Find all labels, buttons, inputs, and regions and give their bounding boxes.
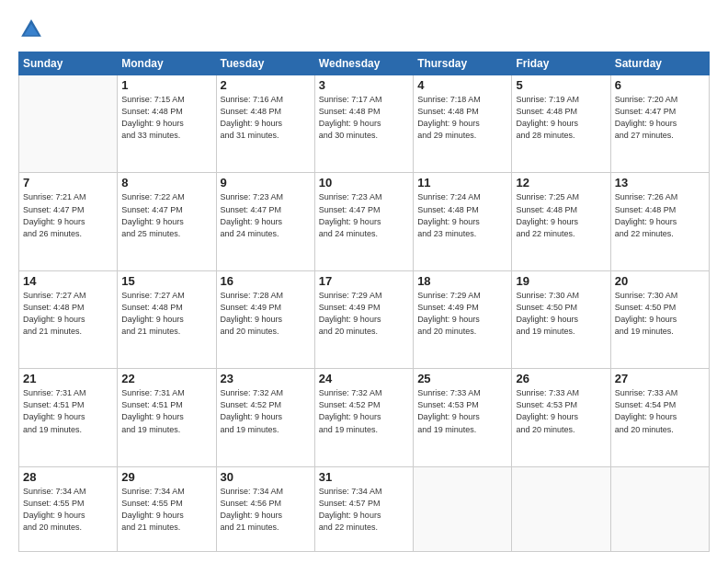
day-number: 20 [615, 274, 705, 288]
calendar-cell-1-7: 6Sunrise: 7:20 AM Sunset: 4:47 PM Daylig… [610, 75, 709, 173]
logo-icon [18, 17, 44, 42]
day-info: Sunrise: 7:18 AM Sunset: 4:48 PM Dayligh… [417, 94, 507, 142]
calendar-cell-1-3: 2Sunrise: 7:16 AM Sunset: 4:48 PM Daylig… [216, 75, 314, 173]
day-number: 18 [417, 274, 507, 288]
calendar-cell-3-3: 16Sunrise: 7:28 AM Sunset: 4:49 PM Dayli… [216, 270, 314, 368]
day-info: Sunrise: 7:27 AM Sunset: 4:48 PM Dayligh… [23, 290, 113, 338]
day-info: Sunrise: 7:26 AM Sunset: 4:48 PM Dayligh… [615, 191, 705, 239]
day-number: 8 [121, 176, 211, 190]
day-number: 26 [516, 372, 606, 385]
day-info: Sunrise: 7:20 AM Sunset: 4:47 PM Dayligh… [615, 94, 705, 142]
header [18, 17, 710, 42]
day-info: Sunrise: 7:22 AM Sunset: 4:47 PM Dayligh… [121, 191, 211, 239]
calendar-cell-5-5 [414, 466, 512, 551]
day-number: 12 [516, 176, 606, 190]
day-number: 11 [417, 176, 507, 190]
day-info: Sunrise: 7:34 AM Sunset: 4:56 PM Dayligh… [221, 486, 311, 534]
calendar-cell-2-5: 11Sunrise: 7:24 AM Sunset: 4:48 PM Dayli… [414, 173, 512, 270]
calendar-cell-4-2: 22Sunrise: 7:31 AM Sunset: 4:51 PM Dayli… [118, 369, 216, 466]
day-info: Sunrise: 7:29 AM Sunset: 4:49 PM Dayligh… [319, 290, 409, 338]
day-number: 13 [615, 176, 705, 190]
calendar-cell-2-4: 10Sunrise: 7:23 AM Sunset: 4:47 PM Dayli… [314, 173, 413, 270]
calendar-header-row: SundayMondayTuesdayWednesdayThursdayFrid… [19, 52, 710, 75]
calendar-cell-5-7 [610, 466, 709, 551]
day-info: Sunrise: 7:23 AM Sunset: 4:47 PM Dayligh… [221, 191, 311, 239]
day-number: 14 [23, 274, 113, 288]
calendar-header-sunday: Sunday [19, 52, 118, 75]
day-number: 30 [221, 470, 311, 484]
day-info: Sunrise: 7:17 AM Sunset: 4:48 PM Dayligh… [319, 94, 409, 142]
day-info: Sunrise: 7:19 AM Sunset: 4:48 PM Dayligh… [516, 94, 606, 142]
day-info: Sunrise: 7:16 AM Sunset: 4:48 PM Dayligh… [221, 94, 311, 142]
day-number: 7 [23, 176, 113, 190]
calendar-cell-1-6: 5Sunrise: 7:19 AM Sunset: 4:48 PM Daylig… [512, 75, 610, 173]
calendar-table: SundayMondayTuesdayWednesdayThursdayFrid… [18, 52, 710, 552]
calendar-cell-5-4: 31Sunrise: 7:34 AM Sunset: 4:57 PM Dayli… [314, 466, 413, 551]
day-number: 21 [23, 372, 113, 385]
day-info: Sunrise: 7:15 AM Sunset: 4:48 PM Dayligh… [121, 94, 211, 142]
calendar-header-monday: Monday [118, 52, 216, 75]
calendar-cell-4-4: 24Sunrise: 7:32 AM Sunset: 4:52 PM Dayli… [314, 369, 413, 466]
calendar-week-row-3: 14Sunrise: 7:27 AM Sunset: 4:48 PM Dayli… [19, 270, 710, 368]
day-info: Sunrise: 7:21 AM Sunset: 4:47 PM Dayligh… [23, 191, 113, 239]
calendar-cell-1-2: 1Sunrise: 7:15 AM Sunset: 4:48 PM Daylig… [118, 75, 216, 173]
calendar-cell-5-3: 30Sunrise: 7:34 AM Sunset: 4:56 PM Dayli… [216, 466, 314, 551]
day-info: Sunrise: 7:30 AM Sunset: 4:50 PM Dayligh… [615, 290, 705, 338]
calendar-cell-5-2: 29Sunrise: 7:34 AM Sunset: 4:55 PM Dayli… [118, 466, 216, 551]
day-info: Sunrise: 7:27 AM Sunset: 4:48 PM Dayligh… [121, 290, 211, 338]
day-info: Sunrise: 7:28 AM Sunset: 4:49 PM Dayligh… [221, 290, 311, 338]
page: SundayMondayTuesdayWednesdayThursdayFrid… [0, 0, 728, 563]
day-number: 10 [319, 176, 409, 190]
day-number: 23 [221, 372, 311, 385]
calendar-header-wednesday: Wednesday [314, 52, 413, 75]
day-number: 9 [221, 176, 311, 190]
calendar-cell-1-4: 3Sunrise: 7:17 AM Sunset: 4:48 PM Daylig… [314, 75, 413, 173]
calendar-header-tuesday: Tuesday [216, 52, 314, 75]
calendar-cell-2-6: 12Sunrise: 7:25 AM Sunset: 4:48 PM Dayli… [512, 173, 610, 270]
calendar-cell-5-1: 28Sunrise: 7:34 AM Sunset: 4:55 PM Dayli… [19, 466, 118, 551]
calendar-cell-3-4: 17Sunrise: 7:29 AM Sunset: 4:49 PM Dayli… [314, 270, 413, 368]
day-number: 25 [417, 372, 507, 385]
day-info: Sunrise: 7:30 AM Sunset: 4:50 PM Dayligh… [516, 290, 606, 338]
day-info: Sunrise: 7:32 AM Sunset: 4:52 PM Dayligh… [319, 387, 409, 435]
day-info: Sunrise: 7:32 AM Sunset: 4:52 PM Dayligh… [221, 387, 311, 435]
calendar-cell-4-5: 25Sunrise: 7:33 AM Sunset: 4:53 PM Dayli… [414, 369, 512, 466]
calendar-cell-4-7: 27Sunrise: 7:33 AM Sunset: 4:54 PM Dayli… [610, 369, 709, 466]
calendar-cell-2-2: 8Sunrise: 7:22 AM Sunset: 4:47 PM Daylig… [118, 173, 216, 270]
day-info: Sunrise: 7:34 AM Sunset: 4:55 PM Dayligh… [121, 486, 211, 534]
calendar-week-row-5: 28Sunrise: 7:34 AM Sunset: 4:55 PM Dayli… [19, 466, 710, 551]
day-number: 1 [121, 78, 211, 92]
calendar-cell-2-3: 9Sunrise: 7:23 AM Sunset: 4:47 PM Daylig… [216, 173, 314, 270]
day-number: 31 [319, 470, 409, 484]
day-info: Sunrise: 7:34 AM Sunset: 4:55 PM Dayligh… [23, 486, 113, 534]
day-info: Sunrise: 7:23 AM Sunset: 4:47 PM Dayligh… [319, 191, 409, 239]
calendar-cell-3-5: 18Sunrise: 7:29 AM Sunset: 4:49 PM Dayli… [414, 270, 512, 368]
day-info: Sunrise: 7:31 AM Sunset: 4:51 PM Dayligh… [121, 387, 211, 435]
day-info: Sunrise: 7:34 AM Sunset: 4:57 PM Dayligh… [319, 486, 409, 534]
calendar-cell-4-3: 23Sunrise: 7:32 AM Sunset: 4:52 PM Dayli… [216, 369, 314, 466]
calendar-cell-3-2: 15Sunrise: 7:27 AM Sunset: 4:48 PM Dayli… [118, 270, 216, 368]
logo [18, 17, 50, 42]
day-number: 5 [516, 78, 606, 92]
calendar-cell-2-7: 13Sunrise: 7:26 AM Sunset: 4:48 PM Dayli… [610, 173, 709, 270]
day-number: 22 [121, 372, 211, 385]
calendar-week-row-1: 1Sunrise: 7:15 AM Sunset: 4:48 PM Daylig… [19, 75, 710, 173]
calendar-week-row-4: 21Sunrise: 7:31 AM Sunset: 4:51 PM Dayli… [19, 369, 710, 466]
day-number: 3 [319, 78, 409, 92]
calendar-cell-1-5: 4Sunrise: 7:18 AM Sunset: 4:48 PM Daylig… [414, 75, 512, 173]
day-info: Sunrise: 7:33 AM Sunset: 4:53 PM Dayligh… [516, 387, 606, 435]
day-info: Sunrise: 7:33 AM Sunset: 4:54 PM Dayligh… [615, 387, 705, 435]
day-number: 27 [615, 372, 705, 385]
day-info: Sunrise: 7:33 AM Sunset: 4:53 PM Dayligh… [417, 387, 507, 435]
calendar-cell-3-1: 14Sunrise: 7:27 AM Sunset: 4:48 PM Dayli… [19, 270, 118, 368]
calendar-cell-4-1: 21Sunrise: 7:31 AM Sunset: 4:51 PM Dayli… [19, 369, 118, 466]
day-number: 19 [516, 274, 606, 288]
calendar-cell-3-7: 20Sunrise: 7:30 AM Sunset: 4:50 PM Dayli… [610, 270, 709, 368]
day-number: 24 [319, 372, 409, 385]
day-info: Sunrise: 7:29 AM Sunset: 4:49 PM Dayligh… [417, 290, 507, 338]
calendar-cell-2-1: 7Sunrise: 7:21 AM Sunset: 4:47 PM Daylig… [19, 173, 118, 270]
day-number: 4 [417, 78, 507, 92]
day-number: 15 [121, 274, 211, 288]
calendar-cell-5-6 [512, 466, 610, 551]
calendar-header-friday: Friday [512, 52, 610, 75]
